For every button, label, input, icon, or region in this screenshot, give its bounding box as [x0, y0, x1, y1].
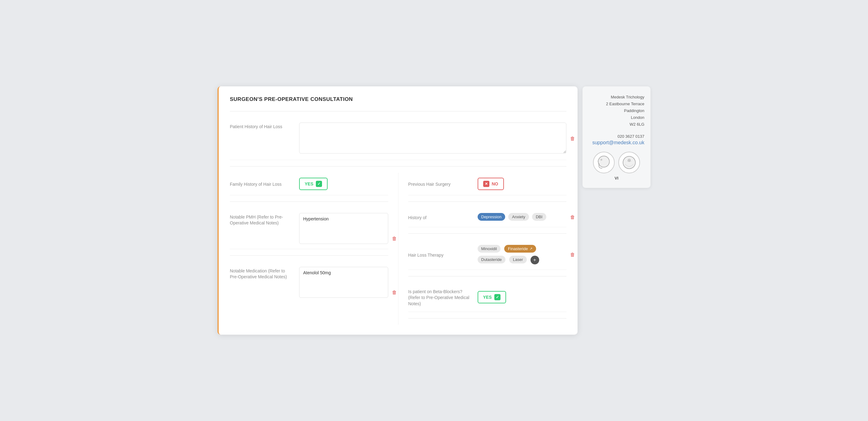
address-line1: 2 Eastbourne Terrace	[589, 100, 644, 108]
x-symbol: ✕	[485, 182, 488, 186]
address-line4: W2 6LG	[589, 121, 644, 128]
diagram-label: VI	[589, 176, 644, 180]
hair-loss-therapy-row: Hair Loss Therapy Minoxidil Finasteride …	[408, 240, 567, 270]
beta-blockers-label: Is patient on Beta-Blockers? (Refer to P…	[408, 288, 470, 307]
svg-point-2	[623, 156, 636, 169]
notable-medication-label: Notable Medication (Refer to Pre-Operati…	[230, 267, 292, 280]
hair-loss-therapy-delete-icon[interactable]: 🗑	[570, 252, 575, 258]
history-of-label: History of	[408, 214, 470, 221]
history-of-delete-icon[interactable]: 🗑	[570, 214, 575, 220]
notable-pmh-delete-icon[interactable]: 🗑	[392, 236, 397, 241]
beta-blockers-row: Is patient on Beta-Blockers? (Refer to P…	[408, 282, 567, 312]
notable-pmh-label: Notable PMH (Refer to Pre-Operative Medi…	[230, 213, 292, 226]
family-history-check-icon: ✓	[316, 181, 322, 187]
head-top-view	[618, 152, 640, 173]
page-title: SURGEON'S PRE-OPERATIVE CONSULTATION	[230, 96, 566, 102]
head-top-svg	[621, 155, 637, 170]
previous-hair-surgery-row: Previous Hair Surgery ✕ NO	[408, 173, 567, 195]
address-line3: London	[589, 114, 644, 121]
tag-dbi[interactable]: DBI	[532, 213, 546, 221]
family-history-row: Family History of Hair Loss YES ✓	[230, 173, 388, 195]
patient-history-field: 🗑	[299, 123, 566, 155]
check-symbol: ✓	[317, 182, 320, 186]
left-column: Family History of Hair Loss YES ✓ Notabl…	[230, 173, 398, 325]
previous-hair-surgery-field: ✕ NO	[477, 178, 567, 190]
hair-loss-therapy-field: Minoxidil Finasteride ↗ Dutasteride Lase…	[477, 245, 567, 265]
side-card: Medesk Trichology 2 Eastbourne Terrace P…	[583, 86, 651, 188]
tag-minoxidil[interactable]: Minoxidil	[477, 245, 501, 252]
family-history-yes-label: YES	[305, 181, 313, 186]
previous-hair-surgery-no-button[interactable]: ✕ NO	[477, 178, 504, 190]
tag-anxiety[interactable]: Anxiety	[508, 213, 529, 221]
patient-history-label: Patient History of Hair Loss	[230, 123, 292, 130]
previous-hair-surgery-no-label: NO	[492, 181, 498, 186]
history-of-field: Depression Anxiety DBI 🗑	[477, 213, 567, 222]
beta-blockers-check-icon: ✓	[494, 294, 500, 300]
clinic-email-link[interactable]: support@medesk.co.uk	[592, 140, 644, 145]
patient-history-delete-icon[interactable]: 🗑	[570, 136, 575, 142]
previous-hair-surgery-x-icon: ✕	[483, 181, 489, 187]
beta-blockers-field: YES ✓	[477, 291, 567, 303]
patient-history-row: Patient History of Hair Loss 🗑	[230, 118, 566, 160]
notable-pmh-input[interactable]: Hypertension	[299, 213, 388, 244]
svg-point-1	[600, 159, 602, 161]
hair-loss-therapy-label: Hair Loss Therapy	[408, 251, 470, 259]
hair-diagram	[589, 152, 644, 173]
history-of-tags-wrapper: Depression Anxiety DBI 🗑	[477, 213, 567, 222]
tag-depression[interactable]: Depression	[477, 213, 505, 221]
head-side-svg	[596, 155, 612, 170]
notable-pmh-row: Notable PMH (Refer to Pre-Operative Medi…	[230, 208, 388, 249]
family-history-yes-button[interactable]: YES ✓	[299, 178, 328, 190]
finasteride-external-icon: ↗	[530, 247, 532, 251]
beta-check-symbol: ✓	[496, 295, 499, 299]
add-therapy-tag-button[interactable]: +	[530, 256, 539, 264]
address-line2: Paddington	[589, 108, 644, 114]
notable-medication-input[interactable]: Atenolol 50mg	[299, 267, 388, 298]
two-col-section: Family History of Hair Loss YES ✓ Notabl…	[230, 173, 566, 325]
hair-loss-therapy-tags-wrapper: Minoxidil Finasteride ↗ Dutasteride Lase…	[477, 245, 567, 265]
tag-finasteride[interactable]: Finasteride ↗	[504, 245, 536, 252]
main-card: SURGEON'S PRE-OPERATIVE CONSULTATION Pat…	[217, 86, 578, 335]
clinic-name: Medesk Trichology	[589, 94, 644, 100]
tag-laser[interactable]: Laser	[509, 256, 527, 264]
notable-pmh-field: Hypertension 🗑	[299, 213, 388, 244]
svg-point-4	[629, 160, 630, 161]
clinic-address: Medesk Trichology 2 Eastbourne Terrace P…	[589, 94, 644, 128]
clinic-phone: 020 3627 0137	[589, 134, 644, 139]
previous-hair-surgery-label: Previous Hair Surgery	[408, 180, 470, 188]
right-column: Previous Hair Surgery ✕ NO History of	[398, 173, 567, 325]
history-of-row: History of Depression Anxiety DBI 🗑	[408, 208, 567, 227]
head-side-view	[593, 152, 615, 173]
beta-blockers-yes-label: YES	[483, 295, 492, 300]
tag-dutasteride[interactable]: Dutasteride	[477, 256, 505, 264]
notable-medication-delete-icon[interactable]: 🗑	[392, 290, 397, 295]
family-history-label: Family History of Hair Loss	[230, 180, 292, 188]
notable-medication-field: Atenolol 50mg 🗑	[299, 267, 388, 298]
family-history-field: YES ✓	[299, 178, 388, 190]
notable-medication-row: Notable Medication (Refer to Pre-Operati…	[230, 262, 388, 303]
svg-point-0	[598, 156, 610, 167]
patient-history-textarea[interactable]	[299, 123, 566, 154]
beta-blockers-yes-button[interactable]: YES ✓	[477, 291, 506, 303]
